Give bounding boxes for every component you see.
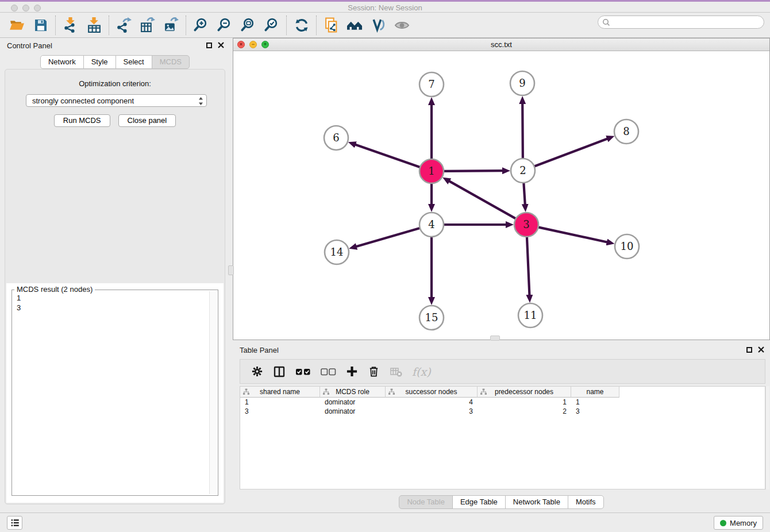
column-header-name[interactable]: name [571, 387, 619, 398]
minimize-view-icon[interactable]: − [249, 41, 257, 48]
table-header-row: shared nameMCDS rolesuccessor nodesprede… [240, 387, 765, 398]
search-field[interactable] [598, 16, 764, 29]
graph-edge-1-6[interactable] [355, 144, 419, 167]
criterion-dropdown[interactable]: strongly connected component [26, 94, 207, 107]
memory-button[interactable]: Memory [714, 516, 763, 530]
graph-node-10[interactable]: 10 [615, 234, 639, 259]
network-window-titlebar[interactable]: × − + scc.txt [233, 38, 769, 51]
home-button[interactable] [347, 17, 363, 33]
gear-button[interactable] [251, 365, 263, 377]
float-panel-icon[interactable] [206, 43, 212, 48]
graph-node-7[interactable]: 7 [419, 72, 444, 97]
graph-node-9[interactable]: 9 [510, 71, 534, 95]
graph-edge-4-14[interactable] [356, 228, 419, 246]
graph-edge-2-3[interactable] [523, 183, 525, 205]
close-panel-icon[interactable] [218, 42, 224, 48]
run-mcds-button[interactable]: Run MCDS [54, 114, 110, 127]
save-session-button[interactable] [33, 17, 48, 33]
column-header-mcds-role[interactable]: MCDS role [320, 387, 386, 398]
result-scrollbar[interactable] [209, 291, 217, 494]
table-cell[interactable]: dominator [320, 407, 386, 415]
tab-edge-table[interactable]: Edge Table [452, 495, 506, 509]
select-all-columns-button[interactable] [295, 367, 311, 376]
graph-node-14[interactable]: 14 [325, 240, 349, 264]
refresh-view-button[interactable] [294, 17, 309, 33]
graph-node-2[interactable]: 2 [511, 159, 535, 183]
add-column-button[interactable] [346, 365, 358, 377]
function-builder-button[interactable]: f(x) [412, 365, 431, 378]
table-cell[interactable]: 1 [240, 398, 320, 406]
export-table-button[interactable] [140, 17, 155, 33]
table-cell[interactable]: 1 [571, 398, 619, 406]
graph-edge-2-8[interactable] [535, 138, 609, 166]
graph-node-1[interactable]: 1 [419, 159, 444, 183]
table-cell[interactable]: 3 [240, 407, 320, 415]
task-history-button[interactable] [7, 516, 22, 530]
column-header-successor-nodes[interactable]: successor nodes [386, 387, 478, 398]
zoom-in-button[interactable] [193, 17, 209, 33]
panel-divider-grip[interactable] [228, 265, 234, 275]
vizmapper-icon [371, 17, 386, 33]
close-panel-icon[interactable] [758, 346, 764, 353]
graph-edge-3-10[interactable] [538, 228, 607, 242]
tab-mcds[interactable]: MCDS [152, 55, 190, 69]
graph-node-3[interactable]: 3 [514, 213, 538, 237]
table-panel-title: Table Panel [240, 346, 279, 354]
import-network-icon [63, 17, 78, 33]
graph-node-label: 14 [330, 246, 344, 258]
table-cell[interactable]: 4 [386, 398, 478, 406]
zoom-out-button[interactable] [217, 17, 232, 33]
graph-edge-2-9[interactable] [522, 103, 523, 158]
delete-column-button[interactable] [368, 365, 380, 377]
graph-node-6[interactable]: 6 [324, 126, 348, 150]
main-toolbar [0, 13, 770, 38]
graph-edge-3-11[interactable] [527, 237, 530, 296]
close-view-icon[interactable]: × [237, 41, 245, 48]
table-cell[interactable]: 2 [478, 407, 571, 415]
graph-edge-3-1[interactable] [449, 181, 515, 219]
delete-table-button[interactable] [390, 365, 402, 378]
import-network-button[interactable] [63, 17, 78, 33]
tab-select[interactable]: Select [116, 55, 152, 69]
column-header-shared-name[interactable]: shared name [240, 387, 320, 398]
graph-node-11[interactable]: 11 [518, 303, 542, 327]
graph-node-8[interactable]: 8 [614, 119, 638, 144]
column-header-predecessor-nodes[interactable]: predecessor nodes [478, 387, 571, 398]
zoom-selected-button[interactable] [264, 17, 279, 33]
float-panel-icon[interactable] [746, 347, 752, 353]
column-layout-button[interactable] [273, 365, 286, 378]
table-cell[interactable]: 1 [478, 398, 571, 406]
export-image-button[interactable] [163, 17, 179, 33]
tab-style[interactable]: Style [83, 55, 116, 69]
network-canvas[interactable]: 7968124314101511 [233, 51, 769, 340]
table-scrollbar[interactable] [765, 386, 769, 489]
import-table-button[interactable] [86, 17, 102, 33]
horizontal-divider-grip[interactable] [490, 336, 500, 341]
graph-edge-1-2[interactable] [444, 171, 503, 171]
column-label: predecessor nodes [495, 388, 553, 396]
close-panel-button[interactable]: Close panel [118, 114, 176, 127]
tab-node-table[interactable]: Node Table [399, 495, 453, 509]
export-network-button[interactable] [116, 17, 132, 33]
vizmapper-button[interactable] [371, 17, 386, 33]
table-row[interactable]: 3dominator323 [240, 407, 765, 416]
graph-node-4[interactable]: 4 [419, 213, 444, 237]
table-cell[interactable]: 3 [386, 407, 478, 415]
hide-panels-button[interactable] [394, 17, 410, 33]
tab-motifs[interactable]: Motifs [568, 495, 604, 509]
table-cell[interactable]: dominator [320, 398, 386, 406]
table-row[interactable]: 1dominator411 [240, 398, 765, 407]
zoom-fit-button[interactable] [240, 17, 256, 33]
maximize-view-icon[interactable]: + [261, 41, 269, 48]
search-input[interactable] [610, 16, 764, 28]
window-title: Session: New Session [0, 3, 770, 12]
open-session-button[interactable] [9, 17, 25, 33]
tab-network[interactable]: Network [40, 55, 84, 69]
deselect-all-columns-button[interactable] [321, 367, 336, 376]
copy-network-button[interactable] [324, 17, 339, 33]
graph-node-15[interactable]: 15 [419, 306, 444, 330]
export-network-icon [116, 17, 132, 33]
tab-network-table[interactable]: Network Table [505, 495, 568, 509]
table-cell[interactable]: 3 [571, 407, 619, 415]
home-icon [347, 18, 363, 33]
